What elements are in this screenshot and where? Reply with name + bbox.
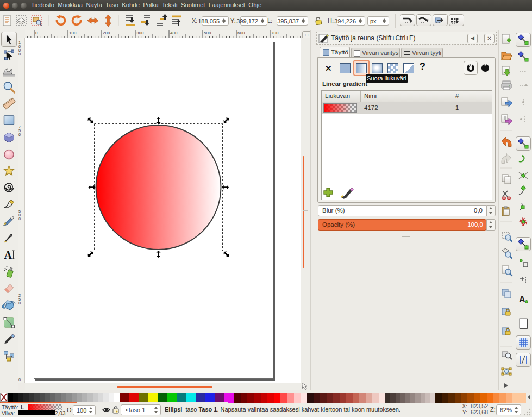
svg-text:300: 300 — [136, 30, 144, 35]
svg-text:500: 500 — [204, 30, 211, 35]
svg-text:400: 400 — [170, 30, 178, 35]
svg-text:700: 700 — [271, 30, 279, 35]
svg-text:200: 200 — [103, 30, 110, 35]
svg-text:100: 100 — [69, 30, 77, 35]
svg-text:A: A — [519, 295, 525, 304]
svg-text:A: A — [4, 249, 12, 261]
svg-text:600: 600 — [237, 30, 245, 35]
svg-text:0: 0 — [35, 30, 38, 35]
